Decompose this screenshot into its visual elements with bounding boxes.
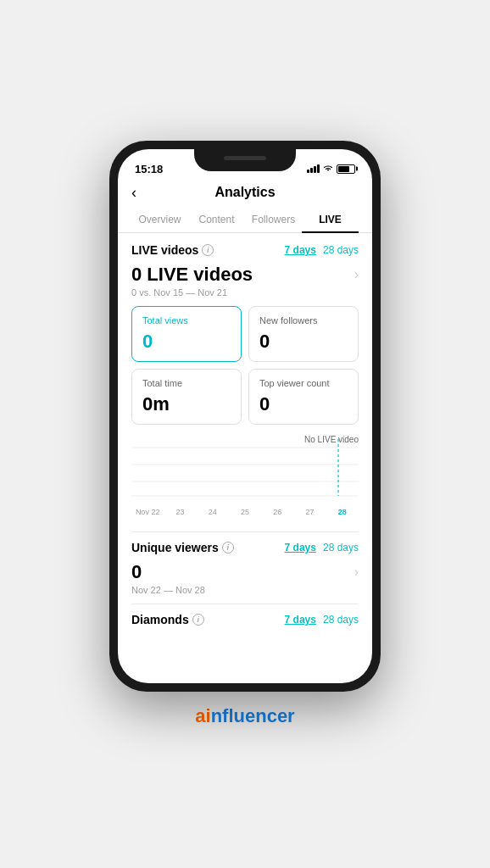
no-live-label: No LIVE video xyxy=(304,435,359,444)
chart-label-23: 23 xyxy=(164,508,196,516)
phone-frame: 15:18 xyxy=(109,141,381,692)
brand-influencer: nfluencer xyxy=(211,705,295,726)
signal-icon xyxy=(307,164,320,173)
brand-footer: ainfluencer xyxy=(195,705,294,727)
diamonds-title: Diamonds i xyxy=(131,613,204,626)
unique-viewers-chevron[interactable]: › xyxy=(354,565,359,580)
7-days-button[interactable]: 7 days xyxy=(285,244,316,256)
total-time-value: 0m xyxy=(142,393,231,415)
header: ‹ Analytics xyxy=(118,181,372,207)
live-videos-title: LIVE videos i xyxy=(131,243,214,257)
brand-ai: ai xyxy=(195,705,210,726)
diamonds-days-toggle: 7 days 28 days xyxy=(285,614,359,626)
chart-label-27: 27 xyxy=(293,508,326,516)
live-videos-header: LIVE videos i 7 days 28 days xyxy=(131,243,359,257)
metrics-grid: Total views 0 New followers 0 Total time… xyxy=(131,306,359,425)
unique-viewers-days-toggle: 7 days 28 days xyxy=(285,542,359,554)
chart-label-nov22: Nov 22 xyxy=(131,508,164,516)
total-time-label: Total time xyxy=(142,378,231,388)
phone-screen: 15:18 xyxy=(118,149,372,683)
diamonds-7-days[interactable]: 7 days xyxy=(285,614,316,626)
tab-bar: Overview Content Followers LIVE xyxy=(118,207,372,233)
chart-label-24: 24 xyxy=(197,508,229,516)
top-viewer-card: Top viewer count 0 xyxy=(248,369,359,425)
tab-content[interactable]: Content xyxy=(188,207,245,232)
total-views-card: Total views 0 xyxy=(131,306,242,362)
diamonds-header: Diamonds i 7 days 28 days xyxy=(131,613,359,626)
status-icons xyxy=(307,164,355,174)
unique-viewers-sub-stat: Nov 22 — Nov 28 xyxy=(131,585,359,595)
content-area: LIVE videos i 7 days 28 days 0 LIVE vide… xyxy=(118,233,372,683)
live-videos-sub-stat: 0 vs. Nov 15 — Nov 21 xyxy=(131,287,359,298)
page-wrapper: 15:18 xyxy=(0,0,490,868)
live-chart-svg xyxy=(131,435,359,503)
wifi-icon xyxy=(323,164,333,174)
battery-icon xyxy=(337,164,355,174)
live-videos-days-toggle: 7 days 28 days xyxy=(285,244,359,256)
chart-label-26: 26 xyxy=(261,508,293,516)
status-time: 15:18 xyxy=(135,163,163,175)
live-chart-area: No LIVE video Nov 22 23 24 2 xyxy=(131,435,359,520)
notch-speaker xyxy=(224,156,266,160)
chart-label-25: 25 xyxy=(229,508,261,516)
brand-text: ainfluencer xyxy=(195,705,294,726)
chart-label-28: 28 xyxy=(326,508,359,516)
new-followers-label: New followers xyxy=(259,315,348,326)
divider-1 xyxy=(131,531,359,532)
top-viewer-value: 0 xyxy=(259,393,348,415)
new-followers-value: 0 xyxy=(259,331,348,353)
live-videos-info-icon[interactable]: i xyxy=(202,244,214,256)
unique-viewers-stat-row: 0 › xyxy=(131,561,359,583)
divider-2 xyxy=(131,604,359,604)
unique-viewers-title: Unique viewers i xyxy=(131,541,234,554)
total-time-card: Total time 0m xyxy=(131,369,242,425)
unique-viewers-7-days[interactable]: 7 days xyxy=(285,542,316,554)
unique-viewers-header: Unique viewers i 7 days 28 days xyxy=(131,541,359,554)
unique-viewers-info-icon[interactable]: i xyxy=(222,542,234,554)
diamonds-28-days[interactable]: 28 days xyxy=(323,614,359,626)
new-followers-card: New followers 0 xyxy=(248,306,359,362)
unique-viewers-count: 0 xyxy=(131,561,142,583)
top-viewer-label: Top viewer count xyxy=(259,378,348,388)
back-button[interactable]: ‹ xyxy=(131,184,136,202)
total-views-label: Total views xyxy=(142,315,231,326)
tab-live[interactable]: LIVE xyxy=(302,207,359,232)
28-days-button[interactable]: 28 days xyxy=(323,244,359,256)
total-views-value: 0 xyxy=(142,331,231,353)
page-title: Analytics xyxy=(214,185,275,200)
diamonds-info-icon[interactable]: i xyxy=(192,614,204,626)
unique-viewers-28-days[interactable]: 28 days xyxy=(323,542,359,554)
phone-notch xyxy=(194,149,296,171)
tab-followers[interactable]: Followers xyxy=(245,207,302,232)
live-videos-count: 0 LIVE videos xyxy=(131,264,253,286)
tab-overview[interactable]: Overview xyxy=(131,207,188,232)
live-videos-stat-row: 0 LIVE videos › xyxy=(131,264,359,286)
live-videos-chevron[interactable]: › xyxy=(354,267,359,282)
chart-x-labels: Nov 22 23 24 25 26 27 28 xyxy=(131,506,359,518)
